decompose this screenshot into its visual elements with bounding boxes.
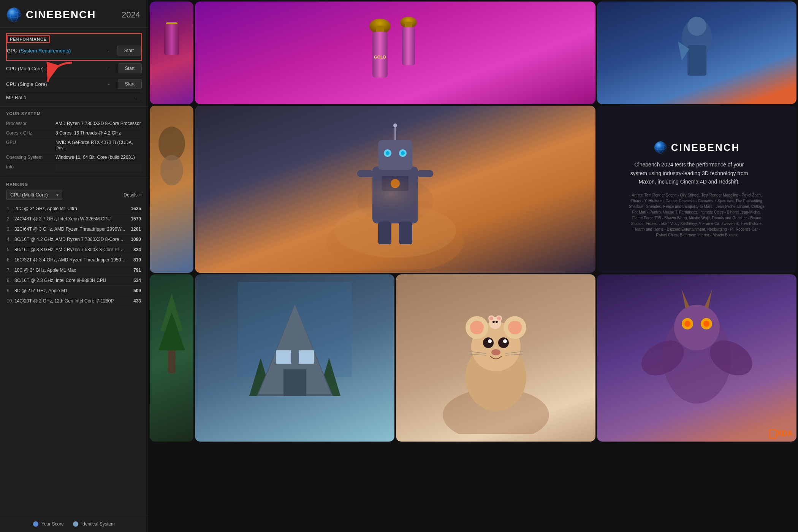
xda-watermark: □XDA: [769, 429, 793, 438]
rank-score-4: 1080: [126, 237, 141, 242]
rank-desc-9: 8C @ 2.5* GHz, Apple M1: [14, 288, 126, 293]
svg-rect-50: [299, 350, 314, 364]
svg-point-71: [497, 317, 501, 320]
mp-ratio-value: -: [130, 95, 142, 100]
rank-desc-6: 16C/32T @ 3.4 GHz, AMD Ryzen Threadrippe…: [14, 257, 126, 263]
gpu-system-req-link[interactable]: (System Requirements): [19, 48, 71, 54]
sys-gpu-row: GPU NVIDIA GeForce RTX 4070 Ti (CUDA, Dr…: [6, 138, 142, 153]
rank-desc-4: 8C/16T @ 4.2 GHz, AMD Ryzen 7 7800X3D 8-…: [14, 237, 126, 242]
rank-item-9: 9. 8C @ 2.5* GHz, Apple M1 509: [6, 286, 142, 296]
rank-score-7: 791: [126, 268, 141, 273]
svg-rect-48: [283, 369, 306, 396]
cpu-single-start-button[interactable]: Start: [118, 79, 142, 89]
sys-processor-val: AMD Ryzen 7 7800X3D 8-Core Processor: [55, 121, 142, 126]
svg-point-14: [687, 17, 706, 36]
svg-rect-7: [376, 26, 384, 33]
fantasy-scene: [597, 274, 796, 442]
rank-desc-5: 8C/16T @ 3.8 GHz, AMD Ryzen 7 5800X 8-Co…: [14, 247, 126, 252]
svg-point-58: [483, 337, 494, 348]
warrior-scene: [597, 2, 796, 104]
ranking-controls: GPU CPU (Multi Core) CPU (Single Core) M…: [6, 190, 142, 200]
rank-score-1: 1625: [126, 206, 141, 211]
rank-desc-10: 14C/20T @ 2 GHz, 12th Gen Intel Core i7-…: [14, 298, 126, 304]
gpu-value: -: [103, 48, 114, 54]
svg-point-26: [401, 151, 405, 155]
rank-desc-2: 24C/48T @ 2.7 GHz, Intel Xeon W-3265M CP…: [14, 216, 126, 222]
performance-section: PERFORMANCE GPU (System Requirements) - …: [0, 28, 148, 106]
cpu-multi-value: -: [103, 66, 115, 71]
app-year: 2024: [122, 10, 140, 20]
gallery-cell-bottle: [150, 2, 193, 104]
svg-point-0: [7, 8, 21, 22]
ranking-dropdown[interactable]: GPU CPU (Multi Core) CPU (Single Core) M…: [6, 190, 62, 200]
house-scene: [195, 274, 394, 442]
rank-num-7: 7.: [7, 268, 14, 273]
rank-item-7: 7. 10C @ 3* GHz, Apple M1 Max 791: [6, 265, 142, 276]
svg-point-59: [498, 337, 509, 348]
legend-your-score: Your Score: [33, 521, 64, 527]
rank-num-2: 2.: [7, 216, 14, 222]
rank-score-3: 1201: [126, 226, 141, 232]
gallery-cell-bottom-left: [150, 274, 193, 442]
svg-point-35: [357, 178, 433, 223]
rank-item-2: 2. 24C/48T @ 2.7 GHz, Intel Xeon W-3265M…: [6, 214, 142, 224]
app-header: CINEBENCH 2024: [0, 0, 148, 28]
desert-scene: [150, 106, 193, 273]
svg-rect-22: [378, 140, 412, 170]
performance-highlight-box: PERFORMANCE GPU (System Requirements) - …: [6, 33, 142, 61]
svg-point-79: [703, 321, 709, 327]
gpu-label: GPU (System Requirements): [7, 48, 103, 54]
sys-cores-key: Cores x GHz: [6, 130, 55, 136]
cinebench-info-description: Cinebench 2024 tests the performance of …: [629, 160, 750, 186]
cpu-single-row: CPU (Single Core) - Start: [6, 76, 142, 92]
rank-num-10: 10.: [7, 298, 14, 304]
legend-identical-system: Identical System: [73, 521, 115, 527]
svg-rect-32: [399, 222, 412, 244]
rank-desc-8: 8C/16T @ 2.3 GHz, Intel Core i9-9880H CP…: [14, 278, 126, 283]
sys-processor-key: Processor: [6, 121, 55, 126]
sys-info-key: Info: [6, 164, 55, 169]
gpu-row: GPU (System Requirements) - Start: [7, 43, 141, 59]
ranking-dropdown-wrap: GPU CPU (Multi Core) CPU (Single Core) M…: [6, 190, 62, 200]
svg-text:GOLD: GOLD: [374, 55, 386, 59]
svg-point-60: [488, 339, 492, 343]
gallery-cell-desert: [150, 106, 193, 273]
gallery-cell-mouse: [396, 274, 595, 442]
svg-point-25: [386, 151, 390, 155]
details-link[interactable]: Details ≡: [124, 192, 142, 198]
svg-point-73: [496, 321, 498, 323]
rank-score-8: 534: [126, 278, 141, 283]
gallery-cell-fantasy: □XDA: [597, 274, 796, 442]
svg-rect-49: [276, 350, 291, 364]
gallery-cell-house: [195, 274, 394, 442]
cinebench-info-content: CINEBENCH Cinebench 2024 tests the perfo…: [629, 141, 765, 238]
cpu-multi-start-button[interactable]: Start: [118, 63, 142, 73]
rank-score-10: 433: [126, 298, 141, 304]
rank-score-6: 810: [126, 257, 141, 263]
svg-point-56: [470, 321, 484, 334]
cpu-single-value: -: [103, 81, 115, 87]
sys-processor-row: Processor AMD Ryzen 7 7800X3D 8-Core Pro…: [6, 119, 142, 128]
cinebench-info-logo: CINEBENCH: [629, 141, 765, 154]
rank-num-6: 6.: [7, 257, 14, 263]
rank-num-5: 5.: [7, 247, 14, 252]
robot-scene: [195, 106, 595, 273]
your-system-title: YOUR SYSTEM: [6, 111, 142, 116]
identical-system-dot: [73, 521, 78, 527]
svg-point-62: [491, 349, 500, 355]
rank-num-3: 3.: [7, 226, 14, 232]
rank-item-8: 8. 8C/16T @ 2.3 GHz, Intel Core i9-9880H…: [6, 276, 142, 286]
svg-rect-30: [417, 170, 433, 177]
svg-rect-29: [357, 170, 373, 177]
rank-item-4: 4. 8C/16T @ 4.2 GHz, AMD Ryzen 7 7800X3D…: [6, 234, 142, 245]
gpu-start-button[interactable]: Start: [117, 46, 141, 55]
ranking-title: RANKING: [6, 182, 142, 187]
svg-point-36: [654, 141, 667, 154]
svg-point-28: [393, 124, 397, 127]
rank-item-5: 5. 8C/16T @ 3.8 GHz, AMD Ryzen 7 5800X 8…: [6, 245, 142, 255]
cpu-multi-label: CPU (Multi Core): [6, 66, 103, 71]
svg-rect-5: [164, 24, 179, 55]
svg-point-18: [160, 155, 183, 185]
rank-desc-3: 32C/64T @ 3 GHz, AMD Ryzen Threadripper …: [14, 226, 126, 232]
svg-rect-11: [405, 22, 412, 28]
